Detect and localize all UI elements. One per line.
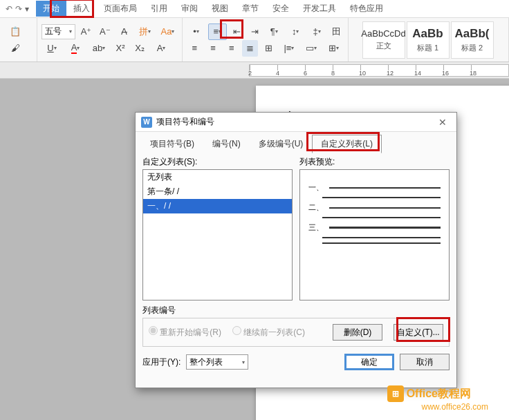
menu-tab-7[interactable]: 安全 [266, 1, 296, 17]
numbering-icon[interactable]: ≡ ▾ [208, 23, 227, 40]
subscript-icon[interactable]: X₂ [131, 40, 148, 57]
apply-to-label: 应用于(Y): [142, 356, 181, 368]
menu-tab-1[interactable]: 插入 [66, 1, 97, 17]
style-preview: AaBb( [454, 27, 489, 41]
numbering-fieldset: 重新开始编号(R) 继续前一列表(C) 删除(D) 自定义(T)... [142, 318, 450, 347]
phonetic-guide-icon[interactable]: 拼 ▾ [135, 23, 155, 40]
custom-list-box[interactable]: 无列表第一条/ /一、/ / [142, 169, 293, 300]
ok-button[interactable]: 确定 [344, 354, 394, 370]
style-label: 正文 [376, 41, 391, 51]
custom-list-label: 自定义列表(S): [142, 156, 293, 168]
dialog-tab-0[interactable]: 项目符号(B) [141, 135, 203, 153]
menu-tab-6[interactable]: 章节 [235, 1, 266, 17]
grow-font-icon[interactable]: A⁺ [78, 23, 94, 40]
watermark-badge: ⊞ Office教程网 [387, 385, 471, 402]
borders-icon[interactable]: 田 [328, 23, 343, 40]
menu-tab-9[interactable]: 特色应用 [343, 1, 390, 17]
indent-icon[interactable]: |≡ ▾ [279, 40, 299, 57]
ribbon: 📋 🖌 五号 ▾ A⁺ A⁻ A̶ 拼 ▾ Aa ▾ U ▾ A ▾ ab ▾ … [0, 18, 509, 62]
menu-tab-0[interactable]: 开始 [36, 1, 66, 17]
list-item[interactable]: 无列表 [143, 170, 292, 184]
customize-button[interactable]: 自定义(T)... [394, 324, 443, 341]
align-left-icon[interactable]: ≡ [187, 40, 203, 57]
menu-tab-2[interactable]: 页面布局 [97, 1, 144, 17]
delete-button[interactable]: 删除(D) [333, 324, 382, 341]
menu-bar: ↶ ↷ ▾ 开始插入页面布局引用审阅视图章节安全开发工具特色应用 [0, 0, 509, 18]
sort-icon[interactable]: ¶ ▾ [265, 23, 284, 40]
redo-icon[interactable]: ↷ [15, 4, 22, 14]
clear-format-icon[interactable]: A̶ [115, 23, 131, 40]
list-item[interactable]: 第一条/ / [143, 184, 292, 199]
menu-tab-3[interactable]: 引用 [144, 1, 174, 17]
dialog-title: 项目符号和编号 [156, 116, 434, 128]
font-size-selector[interactable]: 五号 ▾ [41, 24, 75, 39]
undo-icon[interactable]: ↶ [6, 4, 12, 14]
style-label: 标题 1 [417, 43, 438, 53]
cancel-button[interactable]: 取消 [400, 354, 450, 370]
ruler-area: 24681012141618 [0, 62, 509, 79]
text-effects-icon[interactable]: A ▾ [151, 40, 172, 57]
distribute-icon[interactable]: ⊞ [261, 40, 277, 57]
align-right-icon[interactable]: ≡ [224, 40, 240, 57]
decrease-indent-icon[interactable]: ⇤ [230, 23, 244, 40]
paste-icon[interactable]: 📋 [7, 23, 24, 40]
menu-tab-5[interactable]: 视图 [205, 1, 235, 17]
shrink-font-icon[interactable]: A⁻ [97, 23, 113, 40]
text-direction-icon[interactable]: ↕ ▾ [286, 23, 305, 40]
qat-dropdown-icon[interactable]: ▾ [25, 4, 29, 14]
bullets-numbering-dialog: W 项目符号和编号 ✕ 项目符号(B)编号(N)多级编号(U)自定义列表(L) … [135, 112, 457, 388]
dialog-titlebar[interactable]: W 项目符号和编号 ✕ [136, 113, 456, 132]
shading-icon[interactable]: ▭ ▾ [302, 40, 321, 57]
style-heading1[interactable]: AaBb 标题 1 [407, 21, 450, 59]
dialog-tab-1[interactable]: 编号(N) [203, 135, 250, 153]
close-icon[interactable]: ✕ [434, 117, 451, 128]
menu-tab-8[interactable]: 开发工具 [296, 1, 343, 17]
list-item[interactable]: 一、/ / [143, 199, 292, 213]
horizontal-ruler[interactable]: 24681012141618 [249, 64, 509, 77]
list-preview-box: 一、 二、 三、 [299, 169, 450, 300]
style-heading2[interactable]: AaBb( 标题 2 [451, 21, 494, 59]
borders2-icon[interactable]: ⊞ ▾ [324, 40, 344, 57]
format-painter-icon[interactable]: 🖌 [7, 40, 24, 57]
style-preview: AaBb [412, 27, 443, 41]
font-color-icon[interactable]: A ▾ [65, 40, 86, 57]
watermark-brand: Office教程网 [407, 387, 471, 401]
style-preview: AaBbCcDd [361, 28, 405, 39]
style-normal[interactable]: AaBbCcDd 正文 [362, 21, 405, 59]
watermark-icon: ⊞ [387, 385, 404, 402]
font-size-value: 五号 [45, 26, 62, 37]
highlight-icon[interactable]: ab ▾ [89, 40, 109, 57]
line-spacing-icon[interactable]: ‡ ▾ [308, 23, 326, 40]
apply-to-value: 整个列表 [189, 356, 223, 368]
dialog-tab-2[interactable]: 多级编号(U) [250, 135, 313, 153]
align-center-icon[interactable]: ≡ [205, 40, 221, 57]
change-case-icon[interactable]: Aa ▾ [158, 23, 178, 40]
numbering-fieldset-label: 列表编号 [142, 305, 450, 316]
quick-access-toolbar: ↶ ↷ ▾ [6, 4, 29, 14]
justify-icon[interactable]: ≣ [242, 40, 258, 57]
preview-label: 列表预览: [299, 156, 450, 168]
chevron-down-icon: ▾ [69, 28, 72, 35]
style-label: 标题 2 [461, 43, 483, 53]
radio-restart[interactable]: 重新开始编号(R) [149, 326, 221, 338]
underline-icon[interactable]: U ▾ [41, 40, 62, 57]
bullets-icon[interactable]: • ▾ [187, 23, 205, 40]
chevron-down-icon: ▾ [242, 359, 245, 365]
watermark-url: www.office26.com [422, 402, 489, 412]
dialog-tab-3[interactable]: 自定义列表(L) [312, 135, 382, 153]
apply-to-selector[interactable]: 整个列表 ▾ [186, 354, 248, 370]
radio-continue[interactable]: 继续前一列表(C) [232, 326, 305, 338]
menu-tab-4[interactable]: 审阅 [174, 1, 205, 17]
wps-icon: W [141, 117, 152, 128]
increase-indent-icon[interactable]: ⇥ [247, 23, 261, 40]
superscript-icon[interactable]: X² [112, 40, 129, 57]
